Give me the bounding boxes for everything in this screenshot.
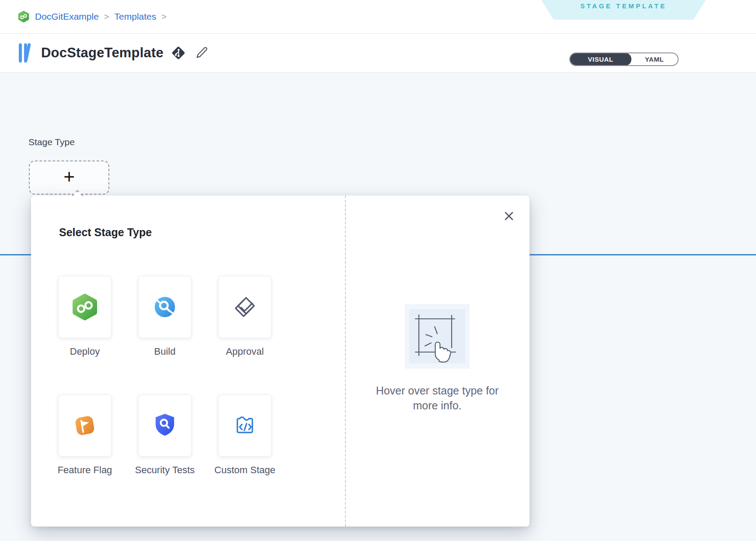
hover-illustration-inner	[409, 309, 465, 363]
stage-type-label-feature-flag: Feature Flag	[52, 464, 118, 477]
plus-icon: +	[63, 167, 75, 186]
breadcrumb-templates-link[interactable]: Templates	[115, 11, 157, 22]
build-circle-magnifier-icon	[151, 293, 178, 321]
modal-title: Select Stage Type	[59, 226, 152, 239]
stage-template-badge-label: STAGE TEMPLATE	[580, 2, 666, 10]
stage-type-label-approval: Approval	[212, 345, 278, 358]
security-tests-card[interactable]	[138, 394, 192, 457]
project-hexagon-icon	[17, 10, 30, 23]
breadcrumb-separator-icon: >	[104, 12, 109, 22]
select-stage-type-modal: Select Stage Type Deploy	[31, 195, 530, 527]
stage-type-feature-flag[interactable]: Feature Flag	[58, 394, 111, 477]
approval-card[interactable]	[218, 276, 272, 338]
security-shield-magnifier-icon	[152, 412, 178, 439]
feature-flag-card[interactable]	[58, 394, 111, 457]
add-stage-button[interactable]: +	[29, 161, 109, 195]
visual-toggle-button[interactable]: VISUAL	[570, 53, 631, 66]
yaml-toggle-button[interactable]: YAML	[631, 53, 678, 65]
build-card[interactable]	[138, 276, 192, 338]
stage-type-approval[interactable]: Approval	[218, 276, 272, 358]
stage-type-deploy[interactable]: Deploy	[58, 276, 111, 358]
stage-template-badge: STAGE TEMPLATE	[541, 0, 706, 20]
stage-type-custom-stage[interactable]: Custom Stage	[218, 394, 272, 477]
deploy-card[interactable]	[58, 276, 111, 338]
approval-diamond-check-icon	[231, 293, 258, 321]
template-library-icon	[17, 42, 34, 63]
hover-hint-text: Hover over stage type for more info.	[345, 384, 530, 413]
stage-info-panel: Hover over stage type for more info.	[345, 195, 530, 527]
view-mode-toggle: VISUAL YAML	[569, 52, 679, 66]
breadcrumb-project-link[interactable]: DocGitExample	[35, 11, 99, 22]
stage-type-label-build: Build	[132, 345, 198, 358]
stage-type-label: Stage Type	[28, 137, 75, 147]
stage-type-build[interactable]: Build	[138, 276, 192, 358]
custom-stage-card[interactable]	[218, 394, 272, 457]
hover-illustration	[405, 304, 470, 369]
page-title: DocStageTemplate	[41, 45, 164, 61]
git-sync-icon[interactable]	[171, 45, 186, 61]
breadcrumb-separator-icon: >	[161, 12, 167, 22]
stage-type-label-security-tests: Security Tests	[132, 464, 198, 477]
stage-type-label-custom-stage: Custom Stage	[212, 464, 278, 477]
edit-pencil-icon[interactable]	[195, 46, 208, 59]
custom-stage-code-icon	[232, 413, 258, 438]
click-square-hand-icon	[409, 309, 465, 363]
deploy-hexagon-infinity-icon	[71, 293, 99, 321]
page-header: DocStageTemplate VISUAL YAML	[0, 34, 756, 73]
stage-type-label-deploy: Deploy	[52, 345, 118, 358]
feature-flag-icon	[71, 412, 98, 439]
stage-type-security-tests[interactable]: Security Tests	[138, 394, 192, 477]
